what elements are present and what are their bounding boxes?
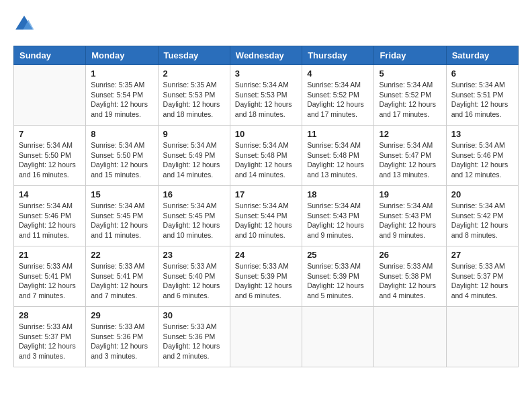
calendar-cell: 9Sunrise: 5:34 AMSunset: 5:49 PMDaylight… <box>158 126 230 186</box>
calendar-cell <box>446 307 518 367</box>
day-number: 21 <box>19 250 81 260</box>
day-number: 13 <box>451 129 513 139</box>
day-info: Sunrise: 5:33 AMSunset: 5:41 PMDaylight:… <box>19 261 81 301</box>
calendar-cell: 11Sunrise: 5:34 AMSunset: 5:48 PMDayligh… <box>302 126 374 186</box>
calendar-cell: 4Sunrise: 5:34 AMSunset: 5:52 PMDaylight… <box>302 65 374 126</box>
calendar-week-3: 21Sunrise: 5:33 AMSunset: 5:41 PMDayligh… <box>14 246 519 307</box>
calendar-cell: 1Sunrise: 5:35 AMSunset: 5:54 PMDaylight… <box>86 65 158 126</box>
calendar-week-4: 28Sunrise: 5:33 AMSunset: 5:37 PMDayligh… <box>14 307 519 367</box>
calendar-cell: 8Sunrise: 5:34 AMSunset: 5:50 PMDaylight… <box>86 126 158 186</box>
day-number: 2 <box>163 68 225 79</box>
day-info: Sunrise: 5:34 AMSunset: 5:52 PMDaylight:… <box>379 80 441 120</box>
calendar-cell: 30Sunrise: 5:33 AMSunset: 5:36 PMDayligh… <box>158 307 230 367</box>
day-info: Sunrise: 5:33 AMSunset: 5:41 PMDaylight:… <box>91 261 152 301</box>
calendar-cell: 6Sunrise: 5:34 AMSunset: 5:51 PMDaylight… <box>446 65 518 126</box>
calendar-cell: 15Sunrise: 5:34 AMSunset: 5:45 PMDayligh… <box>86 186 158 246</box>
day-info: Sunrise: 5:33 AMSunset: 5:40 PMDaylight:… <box>163 261 225 301</box>
calendar-cell: 17Sunrise: 5:34 AMSunset: 5:44 PMDayligh… <box>230 186 302 246</box>
column-header-wednesday: Wednesday <box>230 46 302 65</box>
day-info: Sunrise: 5:33 AMSunset: 5:36 PMDaylight:… <box>163 322 225 361</box>
calendar-cell: 27Sunrise: 5:33 AMSunset: 5:37 PMDayligh… <box>446 246 518 307</box>
day-number: 3 <box>235 68 297 79</box>
day-number: 24 <box>235 250 297 260</box>
day-info: Sunrise: 5:34 AMSunset: 5:53 PMDaylight:… <box>235 80 297 120</box>
calendar-cell <box>374 307 446 367</box>
calendar-week-2: 14Sunrise: 5:34 AMSunset: 5:46 PMDayligh… <box>14 186 519 246</box>
day-number: 20 <box>451 189 513 199</box>
day-number: 30 <box>163 310 225 320</box>
day-info: Sunrise: 5:34 AMSunset: 5:45 PMDaylight:… <box>163 201 225 240</box>
day-info: Sunrise: 5:33 AMSunset: 5:38 PMDaylight:… <box>379 261 441 301</box>
calendar-cell: 29Sunrise: 5:33 AMSunset: 5:36 PMDayligh… <box>86 307 158 367</box>
day-number: 26 <box>379 250 441 260</box>
calendar-cell: 26Sunrise: 5:33 AMSunset: 5:38 PMDayligh… <box>374 246 446 307</box>
page-header <box>13 13 519 35</box>
column-header-monday: Monday <box>86 46 158 65</box>
day-info: Sunrise: 5:34 AMSunset: 5:48 PMDaylight:… <box>307 140 369 180</box>
day-number: 16 <box>163 189 225 199</box>
day-number: 4 <box>307 68 369 79</box>
calendar-cell: 10Sunrise: 5:34 AMSunset: 5:48 PMDayligh… <box>230 126 302 186</box>
day-number: 14 <box>19 189 81 199</box>
logo-icon <box>13 13 35 35</box>
day-number: 1 <box>91 68 152 79</box>
day-info: Sunrise: 5:34 AMSunset: 5:45 PMDaylight:… <box>91 201 152 240</box>
day-number: 10 <box>235 129 297 139</box>
day-number: 5 <box>379 68 441 79</box>
day-number: 17 <box>235 189 297 199</box>
day-info: Sunrise: 5:34 AMSunset: 5:48 PMDaylight:… <box>235 140 297 180</box>
day-info: Sunrise: 5:34 AMSunset: 5:50 PMDaylight:… <box>91 140 152 180</box>
calendar-cell: 23Sunrise: 5:33 AMSunset: 5:40 PMDayligh… <box>158 246 230 307</box>
day-number: 29 <box>91 310 152 320</box>
day-number: 18 <box>307 189 369 199</box>
calendar-cell: 18Sunrise: 5:34 AMSunset: 5:43 PMDayligh… <box>302 186 374 246</box>
day-number: 8 <box>91 129 152 139</box>
day-info: Sunrise: 5:34 AMSunset: 5:47 PMDaylight:… <box>379 140 441 180</box>
day-info: Sunrise: 5:34 AMSunset: 5:43 PMDaylight:… <box>379 201 441 240</box>
day-info: Sunrise: 5:35 AMSunset: 5:53 PMDaylight:… <box>163 80 225 120</box>
calendar-table: SundayMondayTuesdayWednesdayThursdayFrid… <box>13 46 519 367</box>
day-info: Sunrise: 5:34 AMSunset: 5:42 PMDaylight:… <box>451 201 513 240</box>
calendar-cell: 20Sunrise: 5:34 AMSunset: 5:42 PMDayligh… <box>446 186 518 246</box>
calendar-cell: 7Sunrise: 5:34 AMSunset: 5:50 PMDaylight… <box>14 126 86 186</box>
day-number: 22 <box>91 250 152 260</box>
day-number: 28 <box>19 310 81 320</box>
day-info: Sunrise: 5:34 AMSunset: 5:52 PMDaylight:… <box>307 80 369 120</box>
day-number: 23 <box>163 250 225 260</box>
day-info: Sunrise: 5:34 AMSunset: 5:49 PMDaylight:… <box>163 140 225 180</box>
column-header-thursday: Thursday <box>302 46 374 65</box>
day-info: Sunrise: 5:35 AMSunset: 5:54 PMDaylight:… <box>91 80 152 120</box>
column-header-sunday: Sunday <box>14 46 86 65</box>
day-info: Sunrise: 5:34 AMSunset: 5:51 PMDaylight:… <box>451 80 513 120</box>
calendar-week-1: 7Sunrise: 5:34 AMSunset: 5:50 PMDaylight… <box>14 126 519 186</box>
calendar-cell: 19Sunrise: 5:34 AMSunset: 5:43 PMDayligh… <box>374 186 446 246</box>
calendar-body: 1Sunrise: 5:35 AMSunset: 5:54 PMDaylight… <box>14 65 519 367</box>
day-info: Sunrise: 5:33 AMSunset: 5:37 PMDaylight:… <box>451 261 513 301</box>
day-info: Sunrise: 5:34 AMSunset: 5:43 PMDaylight:… <box>307 201 369 240</box>
day-info: Sunrise: 5:34 AMSunset: 5:44 PMDaylight:… <box>235 201 297 240</box>
calendar-header-row: SundayMondayTuesdayWednesdayThursdayFrid… <box>14 46 519 65</box>
calendar-cell: 12Sunrise: 5:34 AMSunset: 5:47 PMDayligh… <box>374 126 446 186</box>
calendar-week-0: 1Sunrise: 5:35 AMSunset: 5:54 PMDaylight… <box>14 65 519 126</box>
day-number: 15 <box>91 189 152 199</box>
calendar-cell: 21Sunrise: 5:33 AMSunset: 5:41 PMDayligh… <box>14 246 86 307</box>
day-number: 27 <box>451 250 513 260</box>
day-info: Sunrise: 5:34 AMSunset: 5:50 PMDaylight:… <box>19 140 81 180</box>
calendar-cell: 5Sunrise: 5:34 AMSunset: 5:52 PMDaylight… <box>374 65 446 126</box>
day-number: 9 <box>163 129 225 139</box>
calendar-cell: 2Sunrise: 5:35 AMSunset: 5:53 PMDaylight… <box>158 65 230 126</box>
calendar-cell: 24Sunrise: 5:33 AMSunset: 5:39 PMDayligh… <box>230 246 302 307</box>
day-info: Sunrise: 5:34 AMSunset: 5:46 PMDaylight:… <box>451 140 513 180</box>
day-number: 11 <box>307 129 369 139</box>
logo <box>13 13 38 35</box>
calendar-cell: 25Sunrise: 5:33 AMSunset: 5:39 PMDayligh… <box>302 246 374 307</box>
calendar-cell: 14Sunrise: 5:34 AMSunset: 5:46 PMDayligh… <box>14 186 86 246</box>
calendar-cell: 28Sunrise: 5:33 AMSunset: 5:37 PMDayligh… <box>14 307 86 367</box>
calendar-cell: 3Sunrise: 5:34 AMSunset: 5:53 PMDaylight… <box>230 65 302 126</box>
day-info: Sunrise: 5:33 AMSunset: 5:39 PMDaylight:… <box>307 261 369 301</box>
calendar-cell <box>302 307 374 367</box>
day-info: Sunrise: 5:33 AMSunset: 5:37 PMDaylight:… <box>19 322 81 361</box>
calendar-cell <box>14 65 86 126</box>
day-info: Sunrise: 5:34 AMSunset: 5:46 PMDaylight:… <box>19 201 81 240</box>
day-number: 6 <box>451 68 513 79</box>
